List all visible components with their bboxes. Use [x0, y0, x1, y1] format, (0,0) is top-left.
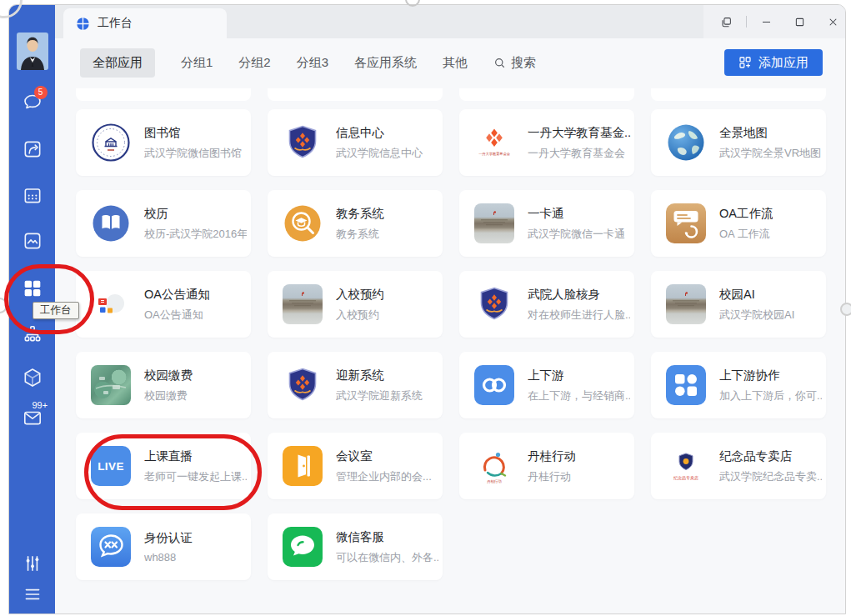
filter-bar: 全部应用分组1分组2分组3各应用系统其他 搜索 添加应用: [55, 38, 845, 87]
app-card-texts: 纪念品专卖店武汉学院纪念品专卖...: [719, 448, 822, 484]
app-card[interactable]: OA公告通知OA公告通知: [76, 271, 251, 338]
app-title: OA工作流: [719, 206, 773, 222]
filter-tab[interactable]: 其他: [443, 55, 468, 71]
filter-tab[interactable]: 分组3: [297, 55, 328, 71]
workbench-tooltip: 工作台: [33, 302, 79, 319]
app-card-texts: 一丹大学教育基金...一丹大学教育基金会: [528, 125, 631, 161]
filter-tab[interactable]: 分组1: [181, 55, 213, 71]
partial-card: [651, 88, 826, 101]
app-title: 校园缴费: [144, 368, 193, 383]
app-card[interactable]: 信息中心武汉学院信息中心: [268, 109, 443, 176]
app-card-texts: 微信客服可以在微信内、外各...: [336, 529, 438, 565]
campus-aerial-icon: [91, 365, 131, 405]
app-title: 上下游协作: [719, 368, 822, 383]
app-desc: 武汉学院微信图书馆: [144, 146, 242, 161]
building-photo-icon: [474, 203, 514, 243]
app-desc: OA 工作流: [719, 227, 773, 242]
sidebar-cube-icon[interactable]: [22, 367, 43, 388]
app-card[interactable]: 入校预约入校预约: [268, 271, 443, 338]
app-title: 全景地图: [719, 125, 821, 141]
app-title: 一丹大学教育基金...: [528, 125, 631, 141]
filter-tab[interactable]: 分组2: [238, 55, 270, 71]
app-card[interactable]: 身份认证wh888: [76, 513, 251, 580]
ydan-logo-icon: 一丹大学教育基金会: [474, 123, 514, 163]
sidebar-gallery-icon[interactable]: [22, 230, 43, 252]
app-card-texts: 上下游协作加入上下游后，你可...: [719, 368, 822, 403]
partial-card: [459, 88, 634, 101]
building-photo-icon: [666, 284, 706, 324]
sidebar-workbench-grid-icon[interactable]: [21, 277, 44, 300]
app-card-texts: 全景地图武汉学院全景VR地图: [719, 125, 821, 161]
app-card[interactable]: 校历校历-武汉学院2016年: [76, 190, 251, 257]
sidebar-sliders-icon[interactable]: [22, 553, 43, 574]
app-card-texts: 教务系统教务系统: [336, 206, 384, 242]
app-card-texts: 武院人脸核身对在校师生进行人脸...: [528, 287, 630, 323]
sidebar-shortcut-square-icon[interactable]: [22, 138, 43, 160]
app-title: 入校预约: [336, 287, 384, 303]
app-title: 信息中心: [336, 125, 423, 141]
svg-text:丹桂行动: 丹桂行动: [487, 479, 502, 484]
app-card-texts: 上课直播老师可一键发起上课...: [144, 448, 247, 484]
identity-bubble-icon: [91, 527, 131, 567]
app-card-texts: 信息中心武汉学院信息中心: [336, 125, 423, 161]
app-title: 微信客服: [336, 529, 438, 545]
add-app-grid-icon: [738, 56, 752, 69]
app-card-texts: 一卡通武汉学院微信一卡通: [528, 206, 625, 242]
app-desc: OA公告通知: [144, 308, 210, 323]
app-card[interactable]: 上下游在上下游，与经销商...: [459, 352, 634, 418]
app-card[interactable]: 丹桂行动丹桂行动丹桂行动: [459, 433, 634, 499]
app-card[interactable]: 迎新系统武汉学院迎新系统: [268, 352, 443, 418]
edu-search-icon: [283, 203, 323, 243]
sidebar-mail-icon[interactable]: 99+: [22, 407, 43, 428]
maximize-button[interactable]: [784, 10, 815, 33]
user-avatar[interactable]: [17, 33, 48, 70]
app-card[interactable]: 一卡通武汉学院微信一卡通: [459, 190, 634, 257]
sidebar-org-chart-icon[interactable]: [22, 323, 43, 345]
unread-badge: 99+: [33, 398, 48, 412]
screenshot-artifact-left: [0, 298, 8, 313]
sidebar-calendar-icon[interactable]: [22, 184, 43, 206]
app-desc: 管理企业内部的会...: [336, 469, 432, 484]
minimize-button[interactable]: [751, 10, 782, 33]
app-card[interactable]: 全景地图武汉学院全景VR地图: [651, 109, 826, 176]
calendar-book-icon: [91, 203, 131, 243]
app-desc: 武汉学院纪念品专卖...: [719, 469, 822, 484]
app-desc: 武汉学院迎新系统: [336, 388, 423, 403]
app-card-texts: 入校预约入校预约: [336, 287, 384, 323]
app-card-texts: OA公告通知OA公告通知: [144, 287, 210, 323]
tab-workbench[interactable]: 工作台: [63, 8, 227, 38]
app-card[interactable]: 校园AI武汉学院校园AI: [651, 271, 826, 338]
app-card[interactable]: 上下游协作加入上下游后，你可...: [651, 352, 826, 418]
app-card[interactable]: 微信客服可以在微信内、外各...: [268, 513, 443, 580]
app-desc: 武汉学院全景VR地图: [719, 146, 821, 161]
app-card[interactable]: 校园缴费校园缴费: [76, 352, 251, 418]
app-desc: 丹桂行动: [528, 469, 576, 484]
close-button[interactable]: [818, 10, 846, 33]
sidebar-menu-icon[interactable]: [22, 583, 43, 605]
app-title: 校历: [144, 206, 247, 222]
sidebar-chat-icon[interactable]: 5: [22, 92, 43, 113]
app-card[interactable]: LIVE上课直播老师可一键发起上课...: [76, 433, 251, 499]
app-title: 一卡通: [528, 206, 625, 222]
window-controls: [711, 5, 846, 38]
app-title: 图书馆: [144, 125, 242, 141]
app-desc: 教务系统: [336, 227, 384, 242]
app-card-texts: OA工作流OA 工作流: [719, 206, 773, 242]
app-title: 上下游: [528, 368, 630, 383]
search-trigger[interactable]: 搜索: [493, 55, 536, 71]
app-card[interactable]: 会议室管理企业内部的会...: [268, 433, 443, 499]
filter-tab-active[interactable]: 全部应用: [80, 48, 155, 78]
filter-tabs: 全部应用分组1分组2分组3各应用系统其他: [80, 48, 468, 78]
app-card[interactable]: 教务系统教务系统: [268, 190, 443, 257]
app-card[interactable]: 纪念品专卖店纪念品专卖店武汉学院纪念品专卖...: [651, 433, 826, 499]
app-card[interactable]: 图书馆武汉学院微信图书馆: [76, 109, 251, 176]
app-card[interactable]: 武院人脸核身对在校师生进行人脸...: [459, 271, 634, 338]
app-card[interactable]: OA工作流OA 工作流: [651, 190, 826, 257]
app-window: 599+ 工作台: [8, 4, 846, 614]
workspace-button[interactable]: [711, 10, 742, 33]
add-app-button[interactable]: 添加应用: [724, 49, 823, 76]
filter-tab[interactable]: 各应用系统: [354, 55, 417, 71]
app-card-texts: 迎新系统武汉学院迎新系统: [336, 368, 423, 403]
app-card[interactable]: 一丹大学教育基金会一丹大学教育基金...一丹大学教育基金会: [459, 109, 634, 176]
app-grid: 图书馆武汉学院微信图书馆信息中心武汉学院信息中心一丹大学教育基金会一丹大学教育基…: [76, 109, 826, 580]
